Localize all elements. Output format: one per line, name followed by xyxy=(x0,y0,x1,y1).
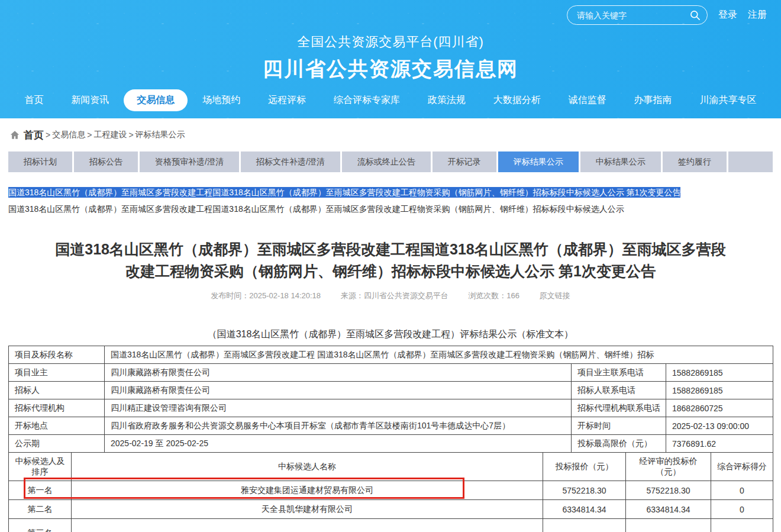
candidate-evaluated-bid: 5752218.30 xyxy=(626,481,711,500)
tenderer-phone-value: 15882869185 xyxy=(666,382,773,399)
header-search-area: 登录 注册 xyxy=(567,5,767,25)
candidate-evaluated-bid: 6334814.34 xyxy=(626,500,711,519)
table-caption: （国道318名山区黑竹（成都界）至雨城区多营段改建工程）评标结果公示（标准文本） xyxy=(0,328,781,341)
search-icon[interactable] xyxy=(689,9,701,21)
col-header-evaluated-price: 经评审的投标价（元） xyxy=(626,453,711,481)
project-name-label: 项目及标段名称 xyxy=(9,346,105,364)
nav-item-guide[interactable]: 办事指南 xyxy=(621,89,685,111)
opening-place-label: 开标地点 xyxy=(9,417,105,435)
candidate-name xyxy=(72,519,543,532)
info-table: 项目及标段名称 国道318名山区黑竹（成都界）至雨城区多营段改建工程 国道318… xyxy=(8,346,773,453)
tab-bid-opening-record[interactable]: 开标记录 xyxy=(433,151,496,172)
nav-item-integrity[interactable]: 诚信监督 xyxy=(556,89,619,111)
candidate-score: 0 xyxy=(711,500,773,519)
list-item-selected[interactable]: 国道318名山区黑竹（成都界）至雨城区多营段改建工程国道318名山区黑竹（成都界… xyxy=(8,186,781,198)
candidate-name: 雅安交建集团运通建材贸易有限公司 xyxy=(72,481,543,500)
col-header-bid-price: 投标报价（元） xyxy=(543,453,626,481)
info-table-wrap: 项目及标段名称 国道318名山区黑竹（成都界）至雨城区多营段改建工程 国道318… xyxy=(8,346,773,532)
candidate-rank: 第一名 xyxy=(9,481,72,500)
nav-item-chuanyu-zone[interactable]: 川渝共享专区 xyxy=(687,89,770,111)
max-price-value: 7376891.62 xyxy=(666,435,773,453)
register-link[interactable]: 注册 xyxy=(748,9,767,21)
tab-bidding-plan[interactable]: 招标计划 xyxy=(8,151,72,172)
candidate-score: 0 xyxy=(711,481,773,500)
login-link[interactable]: 登录 xyxy=(718,9,737,21)
table-header-row: 中标候选人及排序 中标候选人名称 投标报价（元） 经评审的投标价（元） 综合评标… xyxy=(9,453,773,481)
tab-prequalification-supplement[interactable]: 资格预审补遗/澄清 xyxy=(140,151,239,172)
home-icon[interactable] xyxy=(9,130,20,140)
candidate-bid: 6334814.34 xyxy=(543,500,626,519)
tab-contract-performance[interactable]: 签约履行 xyxy=(663,151,727,172)
breadcrumb-separator: > xyxy=(46,130,50,140)
view-count: 浏览次数：166 xyxy=(468,291,519,300)
nav-item-venue-booking[interactable]: 场地预约 xyxy=(189,89,253,111)
candidate-score xyxy=(711,519,773,532)
opening-time-value: 2025-02-13 09:00:00 xyxy=(666,417,773,435)
breadcrumb: 首页 > 交易信息 > 工程建设 > 评标结果公示 xyxy=(0,118,781,151)
tenderer-phone-label: 招标人联系电话 xyxy=(572,382,666,399)
original-link[interactable]: 原文链接 xyxy=(540,291,570,300)
tenderer-label: 招标人 xyxy=(9,382,105,399)
tab-evaluation-result[interactable]: 评标结果公示 xyxy=(498,151,579,172)
table-row-second-candidate: 第二名 天全县凯华建材有限公司 6334814.34 6334814.34 0 xyxy=(9,500,773,519)
nav-item-remote-evaluation[interactable]: 远程评标 xyxy=(255,89,319,111)
publish-time: 发布时间：2025-02-18 14:20:18 xyxy=(211,291,321,300)
list-item[interactable]: 国道318名山区黑竹（成都界）至雨城区多营段改建工程国道318名山区黑竹（成都界… xyxy=(8,203,781,215)
table-row: 公示期 2025-02-19 至 2025-02-25 投标最高限价（元） 73… xyxy=(9,435,773,453)
agency-label: 招标代理机构 xyxy=(9,399,105,417)
nav-item-news[interactable]: 新闻资讯 xyxy=(58,89,122,111)
platform-title: 全国公共资源交易平台(四川省) xyxy=(0,33,781,51)
table-row: 开标地点 四川省政府政务服务和公共资源交易服务中心本项目开标室（成都市青羊区鼓楼… xyxy=(9,417,773,435)
search-input[interactable] xyxy=(577,11,689,20)
candidate-evaluated-bid xyxy=(626,519,711,532)
table-row-first-candidate: 第一名 雅安交建集团运通建材贸易有限公司 5752218.30 5752218.… xyxy=(9,481,773,500)
col-header-candidate-name: 中标候选人名称 xyxy=(72,453,543,481)
publicity-period-value: 2025-02-19 至 2025-02-25 xyxy=(105,435,572,453)
table-row: 项目及标段名称 国道318名山区黑竹（成都界）至雨城区多营段改建工程 国道318… xyxy=(9,346,773,364)
source: 来源：四川省公共资源交易平台 xyxy=(341,291,448,300)
tab-winning-result[interactable]: 中标结果公示 xyxy=(580,151,661,172)
site-title: 四川省公共资源交易信息网 xyxy=(0,56,781,83)
candidate-bid xyxy=(543,519,626,532)
owner-phone-value: 15882869185 xyxy=(666,364,773,382)
col-header-score: 综合评标得分 xyxy=(711,453,773,481)
nav-item-big-data[interactable]: 大数据分析 xyxy=(480,89,554,111)
nav-item-home[interactable]: 首页 xyxy=(11,89,56,111)
candidate-rank: 第二名 xyxy=(9,500,72,519)
result-list: 国道318名山区黑竹（成都界）至雨城区多营段改建工程国道318名山区黑竹（成都界… xyxy=(0,186,781,215)
table-row: 招标代理机构 四川精正建设管理咨询有限公司 招标代理机构联系电话 1868286… xyxy=(9,399,773,417)
opening-time-label: 开标时间 xyxy=(572,417,666,435)
nav-item-trade-info[interactable]: 交易信息 xyxy=(124,89,188,111)
search-box[interactable] xyxy=(567,5,708,25)
tab-bidding-announcement[interactable]: 招标公告 xyxy=(74,151,138,172)
candidates-table: 中标候选人及排序 中标候选人名称 投标报价（元） 经评审的投标价（元） 综合评标… xyxy=(8,452,773,532)
breadcrumb-engineering[interactable]: 工程建设 xyxy=(93,130,127,140)
table-row: 项目业主 四川康藏路桥有限责任公司 项目业主联系电话 15882869185 xyxy=(9,364,773,382)
article-meta: 发布时间：2025-02-18 14:20:18 来源：四川省公共资源交易平台 … xyxy=(0,291,781,301)
project-name-value: 国道318名山区黑竹（成都界）至雨城区多营段改建工程 国道318名山区黑竹（成都… xyxy=(105,346,773,364)
agency-phone-label: 招标代理机构联系电话 xyxy=(572,399,666,417)
candidate-bid: 5752218.30 xyxy=(543,481,626,500)
col-header-rank: 中标候选人及排序 xyxy=(9,453,72,481)
nav-item-policies[interactable]: 政策法规 xyxy=(415,89,479,111)
agency-phone-value: 18682860725 xyxy=(666,399,773,417)
tab-failed-or-terminated[interactable]: 流标或终止公告 xyxy=(342,151,431,172)
breadcrumb-home[interactable]: 首页 xyxy=(24,128,44,142)
nav-item-expert-db[interactable]: 综合评标专家库 xyxy=(321,89,413,111)
tab-bid-document-supplement[interactable]: 招标文件补遗/澄清 xyxy=(241,151,340,172)
category-tabs: 招标计划 招标公告 资格预审补遗/澄清 招标文件补遗/澄清 流标或终止公告 开标… xyxy=(8,151,773,172)
tab-filler xyxy=(728,151,773,172)
candidate-name: 天全县凯华建材有限公司 xyxy=(72,500,543,519)
breadcrumb-separator: > xyxy=(128,130,133,140)
owner-phone-label: 项目业主联系电话 xyxy=(572,364,666,382)
breadcrumb-evaluation-result[interactable]: 评标结果公示 xyxy=(135,130,185,140)
list-item-selected-text[interactable]: 国道318名山区黑竹（成都界）至雨城区多营段改建工程国道318名山区黑竹（成都界… xyxy=(8,187,680,198)
owner-value: 四川康藏路桥有限责任公司 xyxy=(105,364,572,382)
tenderer-value: 四川康藏路桥有限责任公司 xyxy=(105,382,572,399)
table-row-third-candidate: 第三名 xyxy=(9,519,773,532)
site-header: 登录 注册 全国公共资源交易平台(四川省) 四川省公共资源交易信息网 首页 新闻… xyxy=(0,0,781,118)
breadcrumb-separator: > xyxy=(87,130,92,140)
page-title: 国道318名山区黑竹（成都界）至雨城区多营段改建工程国道318名山区黑竹（成都界… xyxy=(50,238,731,282)
publicity-period-label: 公示期 xyxy=(9,435,105,453)
breadcrumb-trade-info[interactable]: 交易信息 xyxy=(52,130,85,140)
